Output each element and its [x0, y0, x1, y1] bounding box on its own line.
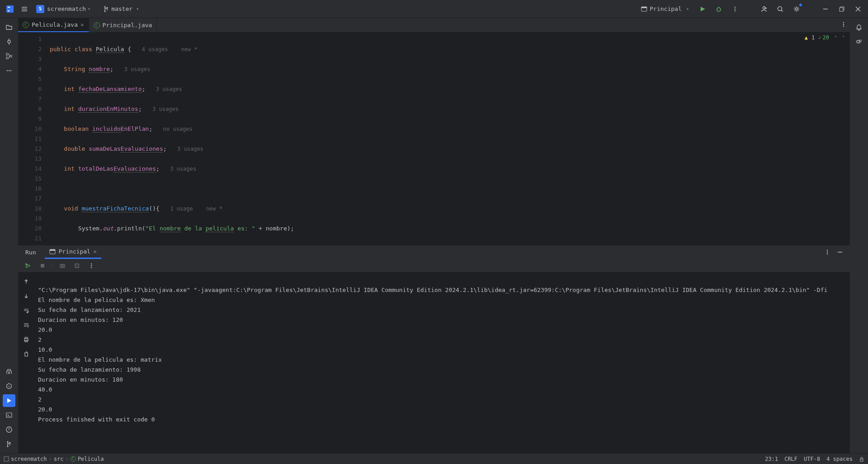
svg-point-27: [9, 442, 11, 444]
chevron-down-icon: ▾: [88, 6, 90, 11]
hide-panel-icon[interactable]: [834, 246, 846, 258]
scroll-to-end-icon[interactable]: [20, 319, 33, 331]
console-output[interactable]: "C:\Program Files\Java\jdk-17\bin\java.e…: [34, 273, 850, 453]
tab-options-icon[interactable]: [837, 18, 850, 31]
project-tool-icon[interactable]: [3, 21, 15, 33]
class-file-icon: C: [23, 22, 29, 28]
svg-rect-44: [25, 337, 28, 339]
structure-tool-icon[interactable]: [3, 50, 15, 62]
vcs-tool-icon[interactable]: [3, 438, 15, 450]
svg-point-29: [843, 24, 844, 25]
scroll-down-icon[interactable]: [20, 290, 33, 302]
code-area[interactable]: public class Pelicula { 4 usages new * S…: [50, 33, 850, 245]
main-menu-icon[interactable]: [18, 3, 31, 15]
svg-point-9: [735, 6, 735, 7]
svg-point-38: [62, 265, 63, 267]
terminal-tool-icon[interactable]: [3, 409, 15, 421]
notifications-icon[interactable]: [853, 21, 865, 33]
close-window-icon[interactable]: [852, 3, 864, 15]
svg-point-21: [9, 70, 9, 71]
indent-setting[interactable]: 4 spaces: [826, 456, 853, 462]
debug-button[interactable]: [712, 3, 725, 15]
tab-label: Pelicula.java: [32, 21, 78, 28]
chevron-down-icon: ▾: [136, 6, 139, 11]
svg-rect-17: [6, 53, 8, 55]
left-tool-sidebar: [0, 18, 18, 453]
clear-console-icon[interactable]: [20, 348, 33, 360]
minimize-window-icon[interactable]: [819, 3, 832, 15]
more-console-icon[interactable]: [85, 259, 98, 272]
problems-tool-icon[interactable]: [3, 423, 15, 436]
editor-tab-pelicula[interactable]: C Pelicula.java ×: [18, 18, 89, 32]
branch-selector[interactable]: master ▾: [100, 4, 142, 14]
chevron-up-icon[interactable]: ˄: [835, 35, 837, 40]
class-file-icon: C: [94, 22, 100, 29]
run-tab-label: Principal: [58, 248, 90, 255]
inspection-widget[interactable]: ▲1 ✓20 ˄ ˅: [805, 34, 844, 41]
run-panel-options-icon[interactable]: [821, 246, 834, 258]
more-tools-icon[interactable]: [3, 64, 15, 77]
stop-icon[interactable]: [36, 259, 49, 272]
settings-icon[interactable]: [790, 3, 803, 15]
search-icon[interactable]: [774, 3, 787, 15]
screenshot-icon[interactable]: [56, 259, 69, 272]
code-with-me-icon[interactable]: [758, 3, 770, 15]
svg-rect-49: [860, 459, 863, 461]
svg-point-22: [10, 70, 11, 71]
cursor-position[interactable]: 23:1: [765, 456, 778, 462]
application-icon: [641, 6, 647, 12]
project-name: screenmatch: [47, 5, 86, 12]
run-configuration-selector[interactable]: Principal ▾: [637, 4, 693, 14]
svg-point-3: [104, 6, 106, 7]
svg-rect-2: [8, 10, 9, 11]
print-icon[interactable]: [20, 333, 33, 346]
run-tool-icon[interactable]: [3, 394, 15, 407]
typo-count: 20: [823, 34, 829, 41]
ai-assistant-icon[interactable]: [853, 35, 865, 48]
typo-icon: ✓: [818, 34, 821, 41]
expand-icon[interactable]: [71, 259, 83, 272]
line-separator[interactable]: CRLF: [784, 456, 797, 462]
chevron-down-icon[interactable]: ˅: [842, 35, 844, 40]
editor-tab-principal[interactable]: C Principal.java: [89, 18, 157, 32]
editor[interactable]: 12345678910111213141516171819202122 publ…: [18, 33, 850, 245]
module-icon: [4, 456, 9, 462]
svg-point-14: [796, 8, 798, 10]
branch-icon: [103, 6, 109, 12]
run-tab-principal[interactable]: Principal ×: [45, 245, 101, 259]
more-actions-icon[interactable]: [729, 3, 741, 15]
svg-point-41: [91, 265, 92, 266]
rerun-icon[interactable]: [22, 259, 34, 272]
scroll-up-icon[interactable]: [20, 275, 33, 288]
svg-rect-19: [10, 55, 12, 57]
file-encoding[interactable]: UTF-8: [804, 456, 820, 462]
breadcrumb[interactable]: screenmatch › src › C Pelicula: [4, 456, 104, 462]
svg-point-11: [735, 10, 735, 11]
svg-point-42: [91, 267, 92, 268]
services-tool-icon[interactable]: [3, 380, 15, 392]
svg-point-5: [107, 7, 108, 8]
commit-tool-icon[interactable]: [3, 35, 15, 48]
svg-rect-15: [840, 8, 843, 11]
svg-point-34: [827, 252, 828, 253]
run-button[interactable]: [696, 3, 709, 15]
svg-point-13: [778, 6, 782, 10]
restore-window-icon[interactable]: [835, 3, 848, 15]
breadcrumb-folder[interactable]: src: [54, 456, 64, 462]
app-logo-icon[interactable]: [4, 3, 16, 15]
svg-point-4: [104, 10, 106, 12]
project-selector[interactable]: S screenmatch ▾: [33, 3, 94, 15]
close-run-tab-icon[interactable]: ×: [93, 248, 97, 255]
chevron-down-icon: ▾: [686, 6, 689, 11]
svg-rect-36: [41, 264, 44, 268]
soft-wrap-icon[interactable]: [20, 304, 33, 317]
svg-point-30: [843, 26, 844, 27]
breadcrumb-file[interactable]: Pelicula: [78, 456, 104, 462]
breadcrumb-project[interactable]: screenmatch: [11, 456, 47, 462]
readonly-lock-icon[interactable]: [859, 456, 864, 462]
warning-icon: ▲: [805, 34, 808, 41]
svg-point-26: [7, 446, 9, 447]
run-panel: Run Principal × |: [18, 245, 850, 453]
close-tab-icon[interactable]: ×: [81, 21, 84, 28]
build-tool-icon[interactable]: [3, 365, 15, 378]
